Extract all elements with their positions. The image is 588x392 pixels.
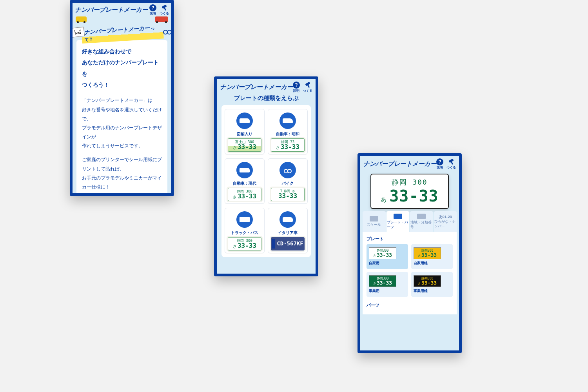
plate-preview: CD·567KF	[271, 237, 305, 250]
about-banner: T I M 3-33 ナンバープレートメーカーって？	[70, 25, 174, 40]
swatch-preview: 静岡300さ33-33	[414, 247, 441, 259]
screen-choose-type: ナンバープレートメーカー ?説明 つくる プレートの種類をえらぶ 図柄入り 富士…	[214, 76, 318, 276]
number-sample-icon: あ01-23	[439, 214, 452, 220]
make-button[interactable]: つくる	[303, 82, 312, 93]
topbar: ナンバープレートメーカー ? 説明 つくる	[73, 3, 171, 16]
help-label: 説明	[150, 11, 156, 16]
screen-about: ナンバープレートメーカー ? 説明 つくる T I M 3-33 ナンバープレー…	[70, 0, 174, 196]
app-logo: ナンバープレートメーカー	[220, 83, 293, 91]
plate-preview: 静岡 300 さ33-33	[228, 188, 261, 201]
motorcycle-icon	[163, 28, 172, 34]
help-button[interactable]: ? 説明	[149, 4, 156, 16]
question-icon: ?	[293, 82, 300, 89]
about-para-1: 「ナンバープレートメーカー」は 好きな番号や地名を選択していくだけで、 プラモデ…	[82, 96, 162, 151]
swatch-business-kei[interactable]: 静岡300さ33-33 事業用軽	[411, 272, 453, 297]
scale-icon	[370, 216, 378, 221]
tab-plate-parts[interactable]: プレート・パーツ	[387, 211, 410, 232]
topbar-actions: ? 説明 つくる	[149, 4, 169, 16]
swatch-business[interactable]: 静岡300さ33-33 事業用	[367, 272, 408, 297]
car-icon	[279, 113, 296, 129]
section-title-plate: プレート	[367, 236, 453, 242]
make-button[interactable]: つくる	[160, 4, 169, 16]
app-logo: ナンバープレートメーカー	[363, 160, 436, 168]
car-red-icon	[155, 16, 168, 22]
type-card-bike[interactable]: バイク 1 静岡 さ 33-33	[268, 158, 308, 204]
car-icon	[236, 162, 253, 178]
swatch-preview: 静岡300さ33-33	[369, 275, 396, 287]
plate-preview: 静岡 33 さ33-33	[271, 138, 305, 152]
tab-scale[interactable]: スケール	[363, 211, 386, 232]
motorcycle-icon	[279, 162, 296, 178]
car-yellow-icon	[76, 16, 87, 22]
plate-swatches: 静岡300さ33-33 自家用 静岡300さ33-33 自家用軽 静岡300さ3…	[367, 244, 453, 297]
map-icon	[417, 214, 426, 219]
plate-icon	[394, 214, 402, 219]
type-card-pattern[interactable]: 図柄入り 富士山 300 さ33-33	[225, 109, 265, 154]
gavel-icon	[448, 158, 455, 165]
about-para-2: ご家庭のプリンターでシール用紙にプリントして貼れば、 お手元のプラモデルやミニカ…	[82, 155, 162, 196]
make-label: つくる	[160, 11, 169, 16]
type-grid: 図柄入り 富士山 300 さ33-33 自動車：昭和 静岡 33 さ33-33 …	[221, 105, 311, 257]
tab-region-class[interactable]: 地域・分類番号	[410, 211, 433, 232]
topbar: ナンバープレートメーカー ?説明 つくる	[360, 156, 459, 170]
swatch-preview: 静岡300さ33-33	[369, 247, 396, 259]
swatch-private-kei[interactable]: 静岡300さ33-33 自家用軽	[411, 244, 453, 269]
plate-preview: 富士山 300 さ33-33	[228, 138, 261, 152]
sportscar-icon	[279, 211, 296, 228]
swatch-private[interactable]: 静岡300さ33-33 自家用	[367, 244, 408, 269]
screen-editor: ナンバープレートメーカー ?説明 つくる 静岡 300 あ33-33 スケール …	[358, 153, 462, 353]
type-card-italian[interactable]: イタリア車 CD·567KF	[268, 208, 308, 253]
plate-preview: 静岡 300 さ33-33	[228, 237, 261, 250]
section-title-parts: パーツ	[367, 302, 453, 308]
plate-preview-large: 静岡 300 あ33-33	[370, 174, 449, 209]
swatch-preview: 静岡300さ33-33	[414, 275, 441, 287]
truck-icon	[236, 211, 253, 228]
app-logo: ナンバープレートメーカー	[75, 6, 148, 14]
topbar-actions: ?説明 つくる	[293, 82, 312, 93]
topbar: ナンバープレートメーカー ?説明 つくる	[217, 79, 316, 93]
editor-panel: プレート 静岡300さ33-33 自家用 静岡300さ33-33 自家用軽 静岡…	[363, 232, 457, 314]
tab-hiragana-number[interactable]: あ01-23 ひらがな・ナンバー	[434, 211, 457, 232]
gavel-icon	[161, 4, 168, 11]
lead-text: 好きな組み合わせで あなただけのナンバープレートを つくろう！	[82, 46, 162, 91]
topbar-actions: ?説明 つくる	[436, 158, 456, 170]
question-icon: ?	[149, 4, 156, 11]
plate-preview: 1 静岡 さ 33-33	[271, 188, 305, 201]
question-icon: ?	[436, 158, 443, 165]
editor-tabs: スケール プレート・パーツ 地域・分類番号 あ01-23 ひらがな・ナンバー	[363, 211, 457, 232]
decor-cars	[73, 16, 171, 22]
help-button[interactable]: ?説明	[293, 82, 300, 93]
car-icon	[236, 113, 253, 129]
gavel-icon	[304, 82, 311, 89]
make-button[interactable]: つくる	[446, 158, 456, 170]
about-text: 好きな組み合わせで あなただけのナンバープレートを つくろう！ 「ナンバープレー…	[76, 40, 167, 196]
page-title: プレートの種類をえらぶ	[217, 94, 316, 102]
help-button[interactable]: ?説明	[436, 158, 443, 170]
type-card-car-modern[interactable]: 自動車：現代 静岡 300 さ33-33	[225, 158, 265, 204]
type-card-truck-bus[interactable]: トラック・バス 静岡 300 さ33-33	[225, 208, 265, 253]
type-card-car-showa[interactable]: 自動車：昭和 静岡 33 さ33-33	[268, 109, 308, 154]
